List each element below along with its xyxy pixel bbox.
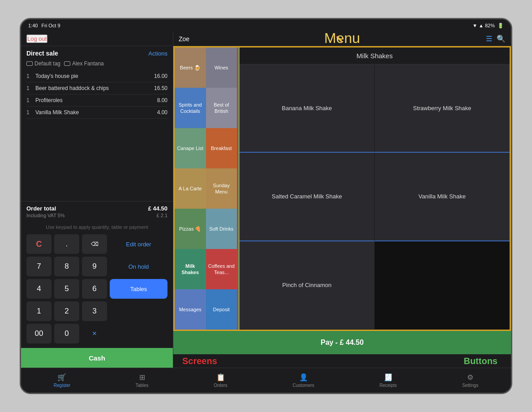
nav-customers[interactable]: 👤 Customers [292, 373, 314, 388]
screen-best-button[interactable]: Best of British [206, 88, 237, 128]
buttons-label: Buttons [463, 356, 498, 366]
default-tag: Default tag [26, 60, 60, 67]
menu-user-name: Zoe [179, 35, 189, 43]
buttons-grid: Banana Milk Shake Strawberry Milk Shake … [240, 64, 510, 330]
date: Fri Oct 9 [41, 23, 60, 28]
battery-icon: 🔋 [498, 23, 504, 29]
menu-lines-button[interactable]: ☰ [486, 34, 492, 43]
nav-tables-label: Tables [136, 383, 149, 388]
pos-panel: Log out Direct sale Actions Default tag … [21, 32, 173, 368]
customers-icon: 👤 [299, 373, 308, 382]
orders-icon: 📋 [216, 373, 225, 382]
menu-panel: Menu Zoe ✏️ ☰ 🔍 Beers 🍺 [173, 32, 511, 368]
table-row[interactable]: 1 Vanilla Milk Shake 4.00 [26, 107, 167, 119]
key-00-button[interactable]: 00 [26, 324, 51, 343]
screen-sunday-button[interactable]: Sunday Menu [206, 168, 237, 209]
screen-milkshakes-button[interactable]: Milk Shakes [175, 249, 206, 289]
labels-row: Screens Buttons [173, 354, 511, 368]
edit-icon[interactable]: ✏️ [336, 36, 343, 42]
key-0-button[interactable]: 0 [54, 324, 79, 343]
keypad-hint: Use keypad to apply quantity, table or p… [21, 222, 173, 232]
keypad: C . ⌫ Edit order 7 8 9 On hold 4 5 [21, 232, 173, 345]
nav-receipts[interactable]: 🧾 Receipts [379, 373, 397, 388]
table-row[interactable]: 1 Today's house pie 16.00 [26, 70, 167, 82]
item-empty-button [375, 241, 510, 330]
key-6-button[interactable]: 6 [82, 279, 107, 299]
screen-coffees-button[interactable]: Coffees and Teas... [206, 249, 237, 289]
key-4-button[interactable]: 4 [26, 279, 51, 299]
key-7-button[interactable]: 7 [26, 257, 51, 276]
item-strawberry-button[interactable]: Strawberry Milk Shake [375, 64, 510, 153]
buttons-section: Milk Shakes Banana Milk Shake Strawberry… [238, 46, 511, 331]
tag-icon [26, 61, 33, 66]
bottom-nav: 🛒 Register ⊞ Tables 📋 Orders 👤 Customers… [21, 368, 511, 393]
screen-alacarte-button[interactable]: A La Carte [175, 168, 206, 209]
nav-settings[interactable]: ⚙ Settings [462, 373, 478, 388]
screen-pizzas-button[interactable]: Pizzas 🍕 [175, 209, 206, 249]
screen-deposit-button[interactable]: Deposit [206, 289, 237, 330]
nav-tables[interactable]: ⊞ Tables [136, 373, 149, 388]
key-x-button[interactable]: × [82, 324, 107, 343]
main-area: Log out Direct sale Actions Default tag … [21, 32, 511, 368]
nav-orders[interactable]: 📋 Orders [214, 373, 227, 388]
vat-label: Including VAT 5% [26, 213, 65, 218]
receipts-icon: 🧾 [384, 373, 393, 382]
person-icon [64, 61, 70, 66]
key-8-button[interactable]: 8 [54, 257, 79, 276]
item-vanilla-button[interactable]: Vanilla Milk Shake [375, 153, 510, 241]
screen-breakfast-button[interactable]: Breakfast [206, 128, 237, 168]
key-5-button[interactable]: 5 [54, 279, 79, 299]
screens-label: Screens [182, 356, 217, 366]
table-row[interactable]: 1 Beer battered haddock & chips 16.50 [26, 82, 167, 94]
order-total-amount: £ 44.50 [148, 205, 167, 212]
screen-canape-button[interactable]: Canape List [175, 128, 206, 168]
cash-button[interactable]: Cash [21, 348, 173, 368]
pay-button[interactable]: Pay - £ 44.50 [173, 331, 511, 354]
screens-section: Beers 🍺 Wines Spirits and Cocktails Best… [173, 46, 238, 331]
key-dot-button[interactable]: . [54, 234, 79, 254]
status-bar: 1:40 Fri Oct 9 ▼ ▲ 82% 🔋 [21, 19, 511, 32]
edit-order-button[interactable]: Edit order [110, 234, 167, 254]
direct-sale-title: Direct sale [26, 50, 58, 57]
nav-customers-label: Customers [292, 383, 314, 388]
screen-soft-button[interactable]: Soft Drinks [206, 209, 237, 249]
key-2-button[interactable]: 2 [54, 301, 79, 321]
item-salted-button[interactable]: Salted Caramel Milk Shake [240, 153, 375, 241]
key-c-button[interactable]: C [26, 234, 51, 254]
screen-spirits-button[interactable]: Spirits and Cocktails [175, 88, 206, 128]
key-9-button[interactable]: 9 [82, 257, 107, 276]
log-out-button[interactable]: Log out [26, 34, 47, 43]
menu-header: Zoe ✏️ ☰ 🔍 [173, 32, 511, 46]
screen-beers-button[interactable]: Beers 🍺 [175, 47, 206, 88]
key-delete-button[interactable]: ⌫ [82, 234, 107, 254]
menu-content: Beers 🍺 Wines Spirits and Cocktails Best… [173, 46, 511, 331]
screen-messages-button[interactable]: Messages [175, 289, 206, 330]
nav-receipts-label: Receipts [379, 383, 397, 388]
settings-icon: ⚙ [467, 373, 473, 382]
item-pinch-button[interactable]: Pinch of Cinnamon [240, 241, 375, 330]
item-banana-button[interactable]: Banana Milk Shake [240, 64, 375, 153]
vat-amount: £ 2.1 [157, 213, 167, 218]
screen-grid: Beers 🍺 Wines Spirits and Cocktails Best… [175, 47, 237, 330]
time: 1:40 [28, 23, 38, 28]
order-items-list: 1 Today's house pie 16.00 1 Beer battere… [21, 70, 173, 201]
staff-tag: Alex Fantana [64, 60, 104, 67]
nav-register-label: Register [54, 383, 70, 388]
on-hold-button[interactable]: On hold [110, 257, 167, 276]
ipad-frame: 1:40 Fri Oct 9 ▼ ▲ 82% 🔋 Log out Direct … [20, 18, 512, 394]
tables-nav-icon: ⊞ [139, 373, 145, 382]
nav-orders-label: Orders [214, 383, 227, 388]
wifi-icon: ▼ ▲ 82% [472, 23, 495, 28]
key-3-button[interactable]: 3 [82, 301, 107, 321]
nav-settings-label: Settings [462, 383, 478, 388]
screen-wines-button[interactable]: Wines [206, 47, 237, 88]
key-1-button[interactable]: 1 [26, 301, 51, 321]
nav-register[interactable]: 🛒 Register [54, 373, 70, 388]
order-total-label: Order total [26, 205, 56, 212]
tables-button[interactable]: Tables [110, 279, 167, 299]
actions-button[interactable]: Actions [148, 50, 167, 57]
category-header: Milk Shakes [240, 47, 510, 64]
register-icon: 🛒 [57, 373, 66, 382]
search-button[interactable]: 🔍 [497, 34, 506, 43]
table-row[interactable]: 1 Profiteroles 8.00 [26, 94, 167, 107]
